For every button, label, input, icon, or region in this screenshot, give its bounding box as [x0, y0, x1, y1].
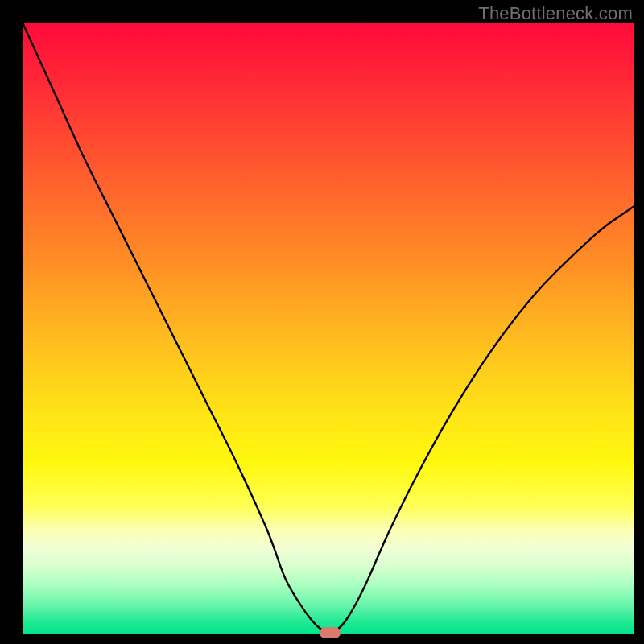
optimal-point-marker — [320, 627, 341, 638]
bottleneck-curve — [23, 23, 634, 634]
watermark-text: TheBottleneck.com — [478, 3, 633, 24]
chart-frame: TheBottleneck.com — [0, 0, 644, 644]
plot-area — [23, 23, 634, 634]
